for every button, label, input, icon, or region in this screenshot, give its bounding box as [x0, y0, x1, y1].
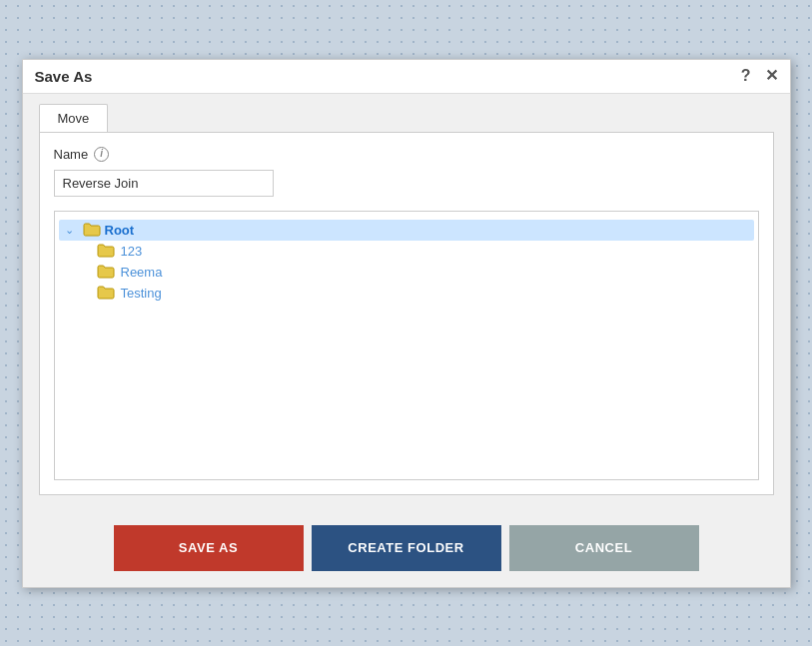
folder-icon — [83, 223, 101, 237]
dialog-footer: SAVE AS CREATE FOLDER CANCEL — [23, 511, 790, 587]
tab-bar: Move — [39, 104, 774, 133]
tree-children: 123 Reema — [59, 241, 754, 304]
folder-icon-123 — [97, 244, 115, 258]
child-label-123: 123 — [121, 244, 143, 259]
tree-child-testing[interactable]: Testing — [91, 283, 754, 304]
folder-icon-reema — [97, 265, 115, 279]
dialog-titlebar: Save As ? ✕ — [23, 60, 790, 94]
name-label: Name — [54, 147, 89, 162]
tree-child-reema[interactable]: Reema — [91, 262, 754, 283]
dialog-title: Save As — [35, 68, 93, 85]
name-input[interactable] — [54, 170, 274, 197]
cancel-button[interactable]: CANCEL — [509, 525, 699, 571]
form-area: Name i ⌄ Root — [39, 133, 774, 495]
close-icon[interactable]: ✕ — [765, 68, 778, 84]
root-label: Root — [105, 223, 135, 238]
info-icon: i — [94, 147, 109, 162]
tree-area: ⌄ Root — [54, 211, 759, 480]
tree-child-123[interactable]: 123 — [91, 241, 754, 262]
tree-root-item[interactable]: ⌄ Root — [59, 220, 754, 241]
create-folder-button[interactable]: CREATE FOLDER — [312, 525, 501, 571]
tab-move[interactable]: Move — [39, 104, 109, 132]
name-label-row: Name i — [54, 147, 759, 162]
folder-icon-testing — [97, 286, 115, 300]
chevron-down-icon: ⌄ — [65, 224, 79, 237]
child-label-testing: Testing — [121, 286, 162, 301]
save-as-dialog: Save As ? ✕ Move Name i — [22, 59, 791, 588]
save-as-button[interactable]: SAVE AS — [114, 525, 304, 571]
child-label-reema: Reema — [121, 265, 163, 280]
dialog-body: Move Name i ⌄ — [23, 94, 790, 511]
titlebar-icons: ? ✕ — [741, 68, 778, 84]
help-icon[interactable]: ? — [741, 68, 751, 84]
